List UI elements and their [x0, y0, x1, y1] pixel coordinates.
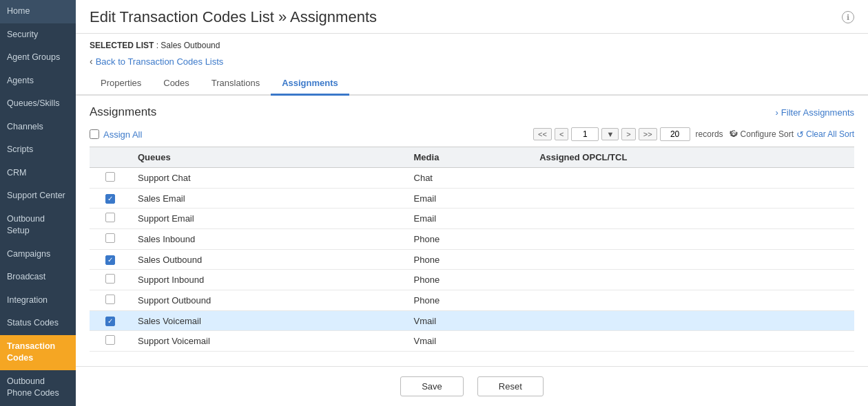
sidebar-item-campaigns[interactable]: Campaigns — [0, 243, 76, 266]
assign-cell[interactable] — [90, 270, 131, 290]
sidebar: HomeSecurityAgent GroupsAgentsQueues/Ski… — [0, 0, 76, 406]
clear-all-sort-button[interactable]: ↺ Clear All Sort — [796, 129, 854, 140]
filter-chevron-icon: › — [775, 107, 778, 118]
queue-cell: Sales Outbound — [131, 250, 407, 270]
sidebar-item-home[interactable]: Home — [0, 0, 76, 23]
tab-translations[interactable]: Translations — [200, 72, 271, 96]
table-body: Support ChatChatSales EmailEmailSupport … — [90, 168, 854, 352]
assign-checkbox-unchecked[interactable] — [105, 233, 115, 243]
sidebar-item-broadcast[interactable]: Broadcast — [0, 266, 76, 289]
assigned-cell — [533, 229, 854, 250]
table-row: Support ChatChat — [90, 168, 854, 189]
assign-cell[interactable] — [90, 250, 131, 270]
configure-sort-label: Configure Sort — [741, 129, 794, 139]
selected-list-value: : Sales Outbound — [156, 41, 220, 50]
tabs-bar: PropertiesCodesTranslationsAssignments — [76, 72, 868, 96]
sidebar-item-agents[interactable]: Agents — [0, 70, 76, 93]
filter-assignments-link[interactable]: › Filter Assignments — [775, 107, 854, 118]
assign-checkbox-checked[interactable] — [105, 317, 115, 326]
per-page-input[interactable] — [660, 127, 690, 141]
assigned-cell — [533, 270, 854, 290]
media-cell: Phone — [407, 270, 533, 290]
media-cell: Phone — [407, 229, 533, 250]
assign-checkbox-checked[interactable] — [105, 194, 115, 204]
assign-checkbox-checked[interactable] — [105, 255, 115, 265]
save-button[interactable]: Save — [400, 376, 464, 396]
assign-all-control[interactable]: Assign All — [90, 129, 142, 140]
assign-cell[interactable] — [90, 168, 131, 189]
assign-cell[interactable] — [90, 331, 131, 352]
page-title-text: Edit Transaction Codes List » Assignment… — [90, 8, 377, 26]
clear-sort-label: Clear All Sort — [806, 129, 854, 139]
table-row: Support OutboundPhone — [90, 290, 854, 311]
assign-checkbox-unchecked[interactable] — [105, 295, 115, 304]
queue-cell: Sales Email — [131, 189, 407, 209]
assign-all-checkbox[interactable] — [90, 129, 99, 139]
table-row: Support VoicemailVmail — [90, 331, 854, 352]
footer-buttons: Save Reset — [76, 366, 868, 406]
assign-cell[interactable] — [90, 229, 131, 250]
tab-codes[interactable]: Codes — [152, 72, 200, 96]
sidebar-item-transaction-codes[interactable]: Transaction Codes — [0, 335, 76, 370]
queue-cell: Sales Inbound — [131, 229, 407, 250]
pagination-first-button[interactable]: << — [533, 128, 552, 140]
pagination-page-input[interactable] — [571, 127, 599, 141]
assign-checkbox-unchecked[interactable] — [105, 335, 115, 345]
info-icon[interactable]: ℹ — [842, 11, 854, 23]
assign-checkbox-unchecked[interactable] — [105, 172, 115, 182]
table-row: Support EmailEmail — [90, 209, 854, 229]
sidebar-item-status-codes[interactable]: Status Codes — [0, 312, 76, 335]
sidebar-item-outbound-phone-codes[interactable]: Outbound Phone Codes — [0, 370, 76, 405]
assign-cell[interactable] — [90, 209, 131, 229]
media-cell: Vmail — [407, 311, 533, 331]
col-assigned-opcl-tcl: Assigned OPCL/TCL — [533, 147, 854, 168]
media-cell: Phone — [407, 290, 533, 311]
sidebar-item-queues-skills[interactable]: Queues/Skills — [0, 92, 76, 116]
queue-cell: Support Chat — [131, 168, 407, 189]
assigned-cell — [533, 189, 854, 209]
media-cell: Chat — [407, 168, 533, 189]
assigned-cell — [533, 209, 854, 229]
table-row: Sales OutboundPhone — [90, 250, 854, 270]
brush-icon: ↺ — [796, 129, 804, 140]
sidebar-item-crm[interactable]: CRM — [0, 162, 76, 185]
media-cell: Vmail — [407, 331, 533, 352]
assign-cell[interactable] — [90, 290, 131, 311]
sidebar-item-integration[interactable]: Integration — [0, 289, 76, 312]
table-row: Support InboundPhone — [90, 270, 854, 290]
table-row: Sales InboundPhone — [90, 229, 854, 250]
selected-list-label: SELECTED LIST — [90, 41, 154, 50]
assign-cell[interactable] — [90, 189, 131, 209]
configure-sort-button[interactable]: Configure Sort — [729, 129, 794, 139]
reset-button[interactable]: Reset — [477, 376, 544, 396]
sidebar-item-channels[interactable]: Channels — [0, 116, 76, 139]
assign-checkbox-unchecked[interactable] — [105, 274, 115, 284]
col-assign — [90, 147, 131, 168]
sidebar-item-outbound-setup[interactable]: Outbound Setup — [0, 208, 76, 243]
pagination-next-button[interactable]: > — [621, 128, 635, 140]
assigned-cell — [533, 331, 854, 352]
sidebar-item-support-center[interactable]: Support Center — [0, 184, 76, 208]
pagination-page-dropdown[interactable]: ▼ — [601, 128, 619, 140]
assigned-cell — [533, 250, 854, 270]
pagination-controls: << < ▼ > >> records Configure Sort ↺ — [533, 127, 854, 141]
tab-properties[interactable]: Properties — [90, 72, 152, 96]
queue-cell: Support Voicemail — [131, 331, 407, 352]
content-area: Assignments › Filter Assignments Assign … — [76, 96, 868, 366]
sidebar-item-security[interactable]: Security — [0, 23, 76, 47]
tab-assignments[interactable]: Assignments — [271, 72, 349, 96]
table-row: Sales EmailEmail — [90, 189, 854, 209]
assign-checkbox-unchecked[interactable] — [105, 213, 115, 222]
back-link[interactable]: Back to Transaction Codes Lists — [96, 56, 224, 67]
assign-cell[interactable] — [90, 311, 131, 331]
pagination-last-button[interactable]: >> — [639, 128, 657, 140]
pagination-prev-button[interactable]: < — [555, 128, 568, 140]
sidebar-item-scripts[interactable]: Scripts — [0, 138, 76, 162]
assign-all-label: Assign All — [103, 129, 142, 140]
table-row: Sales VoicemailVmail — [90, 311, 854, 331]
assigned-cell — [533, 290, 854, 311]
main-content: Edit Transaction Codes List » Assignment… — [76, 0, 868, 406]
sidebar-item-agent-groups[interactable]: Agent Groups — [0, 46, 76, 70]
assignments-header: Assignments › Filter Assignments — [90, 105, 854, 119]
queue-cell: Support Email — [131, 209, 407, 229]
